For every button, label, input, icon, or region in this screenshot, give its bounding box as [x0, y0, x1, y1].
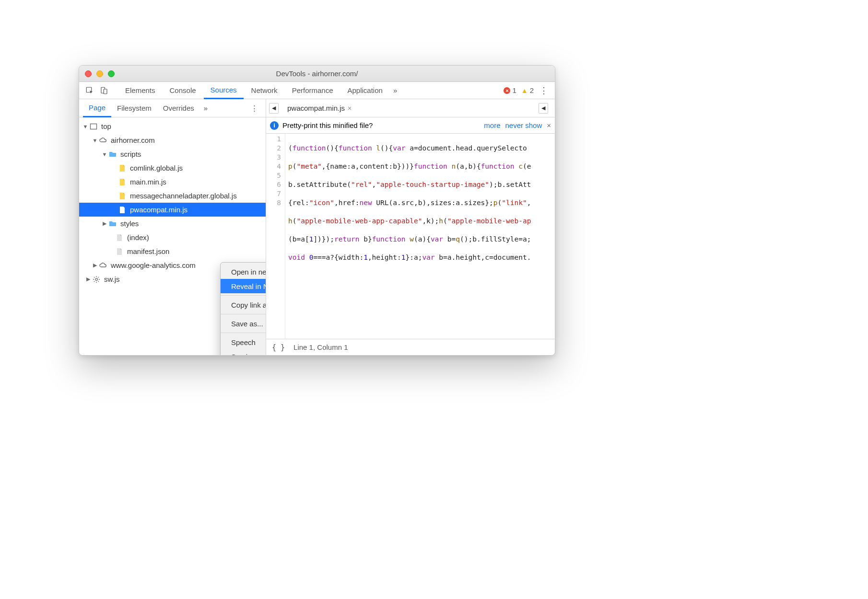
svg-rect-3: [91, 124, 97, 129]
svg-point-4: [95, 278, 98, 280]
tab-elements[interactable]: Elements: [118, 82, 162, 99]
js-file-icon: [117, 163, 127, 173]
gear-icon: [92, 275, 101, 284]
close-hint-icon[interactable]: ×: [547, 121, 551, 129]
close-tab-icon[interactable]: ×: [348, 104, 352, 112]
file-tab[interactable]: pwacompat.min.js ×: [282, 104, 356, 112]
tree-node-folder-styles[interactable]: styles: [79, 217, 266, 230]
info-icon: i: [270, 121, 279, 130]
zoom-window-button[interactable]: [108, 70, 115, 77]
error-count[interactable]: × 1: [504, 86, 516, 94]
file-tab-label: pwacompat.min.js: [287, 104, 345, 112]
tree-label: top: [101, 122, 111, 130]
sidebar-tab-page[interactable]: Page: [83, 99, 111, 117]
document-icon: [115, 233, 124, 242]
show-navigator[interactable]: ◀: [539, 103, 548, 114]
context-menu-separator: [221, 295, 266, 296]
tree-label: airhorner.com: [111, 136, 155, 144]
tree-label: main.min.js: [130, 178, 166, 186]
disclosure-icon[interactable]: [92, 262, 98, 268]
tree-node-file[interactable]: (index): [79, 230, 266, 244]
svg-rect-2: [104, 89, 107, 94]
context-menu-separator: [221, 333, 266, 333]
settings-menu-icon[interactable]: ⋮: [537, 85, 551, 96]
body: Page Filesystem Overrides » ⋮ top: [79, 99, 555, 355]
nav-forward-icon[interactable]: ◀: [539, 105, 548, 111]
error-icon: ×: [504, 87, 510, 94]
pretty-print-button[interactable]: { }: [272, 343, 285, 352]
sources-sidebar: Page Filesystem Overrides » ⋮ top: [79, 99, 266, 355]
nav-back-icon[interactable]: ◀: [270, 105, 278, 111]
tab-performance[interactable]: Performance: [285, 82, 340, 99]
tree-node-file-selected[interactable]: pwacompat.min.js: [79, 203, 266, 217]
close-window-button[interactable]: [85, 70, 92, 77]
disclosure-icon[interactable]: [85, 276, 92, 282]
context-menu-item[interactable]: Copy link address: [221, 298, 266, 312]
tab-console[interactable]: Console: [163, 82, 203, 99]
folder-icon: [108, 150, 117, 159]
main-panel-tabs: Elements Console Sources Network Perform…: [79, 82, 555, 99]
tree-label: scripts: [120, 150, 141, 158]
tree-node-domain-airhorner[interactable]: airhorner.com: [79, 133, 266, 147]
disclosure-icon[interactable]: [92, 138, 98, 143]
tree-label: (index): [127, 233, 149, 242]
more-tabs-icon[interactable]: »: [390, 86, 400, 94]
context-menu-item[interactable]: Reveal in Network panel: [221, 279, 266, 293]
context-menu-item[interactable]: Speech: [221, 335, 266, 349]
context-menu-separator: [221, 314, 266, 314]
device-toolbar-icon[interactable]: [97, 84, 111, 97]
cursor-position: Line 1, Column 1: [293, 343, 348, 351]
disclosure-icon[interactable]: [82, 124, 89, 129]
js-file-icon: [117, 191, 127, 201]
document-icon: [115, 247, 124, 256]
tree-node-top[interactable]: top: [79, 119, 266, 133]
code-content[interactable]: (function(){function l(){var a=document.…: [285, 134, 555, 339]
folder-icon: [108, 219, 117, 229]
tree-label: comlink.global.js: [130, 164, 183, 172]
inspect-element-icon[interactable]: [83, 84, 96, 97]
source-pane: ◀ pwacompat.min.js × ◀ i Pretty-print th…: [266, 99, 555, 355]
tab-sources[interactable]: Sources: [204, 82, 244, 99]
error-count-value: 1: [512, 86, 516, 94]
sidebar-more-tabs-icon[interactable]: »: [200, 104, 211, 112]
tree-label: manifest.json: [127, 247, 169, 255]
disclosure-icon[interactable]: [101, 220, 108, 227]
tree-label: styles: [120, 219, 139, 228]
tree-node-folder-scripts[interactable]: scripts: [79, 147, 266, 161]
context-menu-item[interactable]: Open in new tab: [221, 265, 266, 279]
file-tree: top airhorner.com scripts: [79, 117, 266, 355]
sidebar-tab-overrides[interactable]: Overrides: [157, 99, 200, 117]
tree-label: pwacompat.min.js: [130, 206, 188, 214]
sidebar-tab-filesystem[interactable]: Filesystem: [111, 99, 157, 117]
warning-count[interactable]: ▲ 2: [521, 86, 534, 94]
js-file-icon: [117, 177, 127, 187]
sidebar-tabs: Page Filesystem Overrides » ⋮: [79, 99, 266, 117]
context-menu-item[interactable]: Services: [221, 349, 266, 355]
tree-node-file[interactable]: manifest.json: [79, 244, 266, 258]
hint-never-link[interactable]: never show: [505, 121, 542, 129]
devtools-window: DevTools - airhorner.com/ Elements Conso…: [79, 65, 555, 356]
tree-node-file[interactable]: messagechanneladapter.global.js: [79, 189, 266, 203]
open-file-tabs: ◀ pwacompat.min.js × ◀: [266, 99, 555, 117]
warning-count-value: 2: [530, 86, 534, 94]
warning-icon: ▲: [521, 87, 528, 94]
history-nav[interactable]: ◀: [269, 103, 279, 114]
tab-network[interactable]: Network: [245, 82, 284, 99]
tab-application[interactable]: Application: [341, 82, 389, 99]
tree-label: sw.js: [104, 275, 120, 283]
context-menu: Open in new tabReveal in Network panelCo…: [220, 262, 266, 355]
disclosure-icon[interactable]: [101, 151, 108, 157]
titlebar: DevTools - airhorner.com/: [79, 66, 555, 82]
hint-more-link[interactable]: more: [484, 121, 500, 129]
sidebar-menu-icon[interactable]: ⋮: [247, 104, 262, 113]
code-editor[interactable]: 12345678 (function(){function l(){var a=…: [266, 134, 555, 339]
frame-icon: [89, 122, 98, 131]
tree-node-file[interactable]: main.min.js: [79, 175, 266, 189]
js-file-icon: [117, 205, 127, 215]
traffic-lights: [85, 70, 115, 77]
tree-label: messagechanneladapter.global.js: [130, 192, 237, 200]
minimize-window-button[interactable]: [96, 70, 103, 77]
tree-node-file[interactable]: comlink.global.js: [79, 161, 266, 175]
tree-label: www.google-analytics.com: [111, 261, 196, 269]
context-menu-item[interactable]: Save as...: [221, 316, 266, 331]
